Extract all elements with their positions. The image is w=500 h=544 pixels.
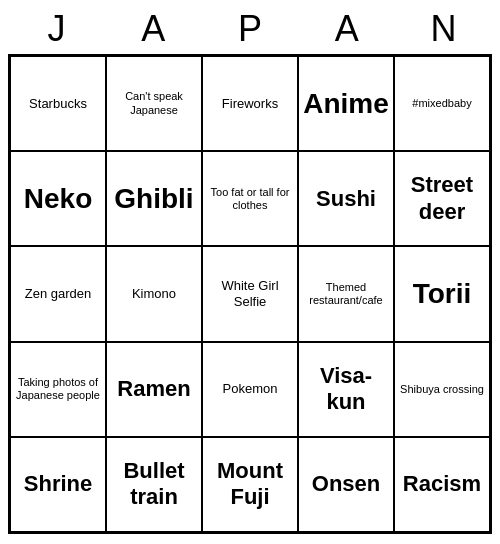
bingo-header: JAPAN xyxy=(8,8,492,50)
bingo-cell-3-1: Ramen xyxy=(106,342,202,437)
bingo-cell-0-4: #mixedbaby xyxy=(394,56,490,151)
bingo-cell-1-2: Too fat or tall for clothes xyxy=(202,151,298,246)
bingo-cell-3-4: Shibuya crossing xyxy=(394,342,490,437)
bingo-cell-3-0: Taking photos of Japanese people xyxy=(10,342,106,437)
header-letter-J: J xyxy=(8,8,105,50)
header-letter-N: N xyxy=(395,8,492,50)
bingo-cell-2-3: Themed restaurant/cafe xyxy=(298,246,394,341)
bingo-cell-1-1: Ghibli xyxy=(106,151,202,246)
bingo-cell-0-2: Fireworks xyxy=(202,56,298,151)
bingo-cell-1-3: Sushi xyxy=(298,151,394,246)
bingo-cell-2-0: Zen garden xyxy=(10,246,106,341)
bingo-cell-0-1: Can't speak Japanese xyxy=(106,56,202,151)
bingo-cell-4-2: Mount Fuji xyxy=(202,437,298,532)
bingo-cell-3-3: Visa-kun xyxy=(298,342,394,437)
bingo-cell-4-1: Bullet train xyxy=(106,437,202,532)
bingo-cell-4-4: Racism xyxy=(394,437,490,532)
bingo-cell-2-1: Kimono xyxy=(106,246,202,341)
header-letter-P: P xyxy=(202,8,299,50)
bingo-cell-3-2: Pokemon xyxy=(202,342,298,437)
bingo-cell-0-3: Anime xyxy=(298,56,394,151)
bingo-cell-2-4: Torii xyxy=(394,246,490,341)
bingo-cell-2-2: White Girl Selfie xyxy=(202,246,298,341)
bingo-cell-4-3: Onsen xyxy=(298,437,394,532)
bingo-cell-1-0: Neko xyxy=(10,151,106,246)
header-letter-A: A xyxy=(105,8,202,50)
bingo-grid: StarbucksCan't speak JapaneseFireworksAn… xyxy=(8,54,492,534)
bingo-cell-0-0: Starbucks xyxy=(10,56,106,151)
header-letter-A: A xyxy=(298,8,395,50)
bingo-cell-4-0: Shrine xyxy=(10,437,106,532)
bingo-cell-1-4: Street deer xyxy=(394,151,490,246)
